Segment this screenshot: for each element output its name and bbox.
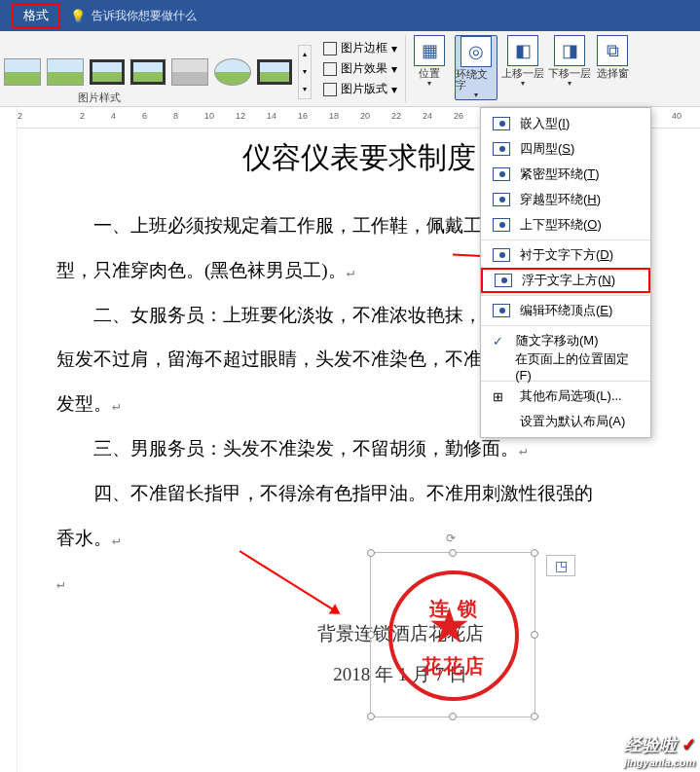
- rotate-handle[interactable]: ⟳: [446, 532, 460, 545]
- resize-handle-tr[interactable]: [531, 549, 538, 557]
- vertical-ruler[interactable]: [0, 107, 18, 772]
- wrap-icon: ◎: [461, 36, 492, 67]
- position-button[interactable]: ▦ 位置▾: [408, 35, 451, 88]
- style-thumb-4[interactable]: [130, 59, 166, 85]
- style-thumb-5[interactable]: [171, 58, 208, 86]
- star-icon: ★: [427, 598, 471, 654]
- wrap-through[interactable]: 穿越型环绕(H): [481, 187, 650, 212]
- selection-pane-button[interactable]: ⧉ 选择窗: [595, 35, 630, 79]
- wrap-tight[interactable]: 紧密型环绕(T): [481, 162, 650, 187]
- resize-handle-t[interactable]: [449, 549, 457, 557]
- stamp-text-bottom: 花花店: [392, 653, 515, 680]
- resize-handle-br[interactable]: [531, 713, 538, 720]
- set-default-layout[interactable]: 设置为默认布局(A): [481, 409, 650, 434]
- send-backward-button[interactable]: ◨ 下移一层▾: [548, 35, 591, 88]
- picture-border-button[interactable]: 图片边框 ▾: [323, 38, 397, 58]
- resize-handle-bl[interactable]: [367, 713, 375, 720]
- style-thumb-2[interactable]: [47, 58, 84, 86]
- paragraph-4a: 四、不准留长指甲，不得涂有色指甲油。不准用刺激性很强的: [56, 473, 661, 514]
- resize-handle-r[interactable]: [531, 631, 538, 639]
- selected-stamp-image[interactable]: ⟳ ◳ 连 锁 花花店 ★: [370, 552, 535, 717]
- wrap-inline[interactable]: 嵌入型(I): [481, 111, 650, 136]
- picture-layout-button[interactable]: 图片版式 ▾: [323, 79, 397, 99]
- bring-forward-button[interactable]: ◧ 上移一层▾: [501, 35, 544, 88]
- selection-pane-icon: ⧉: [597, 35, 628, 66]
- wrap-text-button[interactable]: ◎ 环绕文字▾: [455, 35, 497, 100]
- resize-handle-l[interactable]: [367, 631, 375, 639]
- wrap-top-bottom[interactable]: 上下型环绕(O): [481, 212, 650, 238]
- bring-forward-icon: ◧: [507, 35, 538, 66]
- edit-wrap-points[interactable]: 编辑环绕顶点(E): [481, 298, 650, 323]
- style-thumb-7[interactable]: [257, 59, 292, 85]
- picture-styles-gallery[interactable]: ▴▾▾: [0, 31, 315, 106]
- tab-format[interactable]: 格式: [12, 3, 60, 28]
- send-backward-icon: ◨: [554, 35, 585, 66]
- resize-handle-tl[interactable]: [367, 549, 375, 557]
- tell-me-label: 告诉我你想要做什么: [92, 8, 197, 24]
- style-thumb-3[interactable]: [90, 59, 125, 85]
- fix-position[interactable]: 在页面上的位置固定(F): [481, 353, 650, 379]
- watermark: 经验啦 ✓ jingyanla.com: [624, 733, 696, 768]
- group-label-styles: 图片样式: [78, 91, 121, 105]
- gallery-scroll[interactable]: ▴▾▾: [298, 45, 312, 99]
- resize-handle-b[interactable]: [449, 713, 457, 720]
- style-thumb-6[interactable]: [214, 58, 251, 86]
- style-thumb-1[interactable]: [4, 58, 41, 86]
- position-icon: ▦: [414, 35, 445, 66]
- layout-options-button[interactable]: ◳: [546, 555, 575, 576]
- tell-me-search[interactable]: 💡 告诉我你想要做什么: [70, 8, 197, 24]
- paragraph-4b: 香水。↵: [56, 518, 661, 559]
- wrap-behind[interactable]: 衬于文字下方(D): [481, 242, 650, 268]
- wrap-in-front[interactable]: 浮于文字上方(N): [481, 268, 650, 293]
- more-layout-options[interactable]: ⊞其他布局选项(L)...: [481, 384, 650, 409]
- wrap-square[interactable]: 四周型(S): [481, 136, 650, 162]
- wrap-text-dropdown[interactable]: 嵌入型(I) 四周型(S) 紧密型环绕(T) 穿越型环绕(H) 上下型环绕(O)…: [480, 107, 651, 438]
- bulb-icon: 💡: [70, 9, 86, 23]
- picture-effects-button[interactable]: 图片效果 ▾: [323, 58, 397, 79]
